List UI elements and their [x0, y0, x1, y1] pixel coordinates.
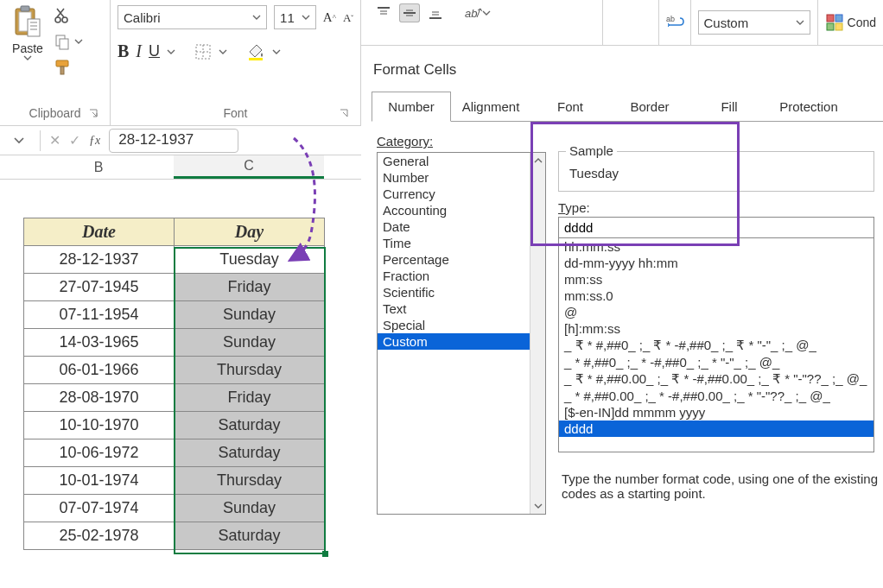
cell-day[interactable]: Sunday [175, 329, 325, 357]
fx-icon[interactable]: ƒx [89, 134, 100, 148]
enter-icon[interactable]: ✓ [69, 132, 80, 149]
cell-date[interactable]: 25-02-1978 [24, 522, 175, 550]
table-row[interactable]: 14-03-1965Sunday [24, 329, 325, 357]
formula-input[interactable]: 28-12-1937 [109, 129, 238, 153]
number-format-combo[interactable]: Custom [698, 10, 810, 35]
category-item[interactable]: Accounting [378, 202, 545, 218]
format-list[interactable]: hh:mm:ssdd-mm-yyyy hh:mmmm:ssmm:ss.0@[h]… [558, 238, 874, 452]
cell-day[interactable]: Thursday [175, 357, 325, 384]
format-item[interactable]: hh:mm:ss [559, 238, 873, 255]
cancel-icon[interactable]: ✕ [49, 132, 60, 149]
format-item[interactable]: [$-en-IN]dd mmmm yyyy [559, 404, 873, 420]
table-row[interactable]: 25-02-1978Saturday [24, 522, 325, 550]
underline-button[interactable]: U [149, 42, 160, 60]
cell-day[interactable]: Friday [175, 384, 325, 412]
format-painter-button[interactable] [54, 59, 83, 76]
format-item[interactable]: _ ₹ * #,##0_ ;_ ₹ * -#,##0_ ;_ ₹ * "-"_ … [559, 337, 873, 354]
category-item[interactable]: Date [378, 218, 545, 235]
dialog-launcher-icon[interactable] [340, 108, 350, 118]
format-item[interactable]: @ [559, 304, 873, 320]
tab-font[interactable]: Font [530, 92, 610, 122]
wrap-text-button[interactable]: ab [664, 13, 685, 32]
format-item[interactable]: _ ₹ * #,##0.00_ ;_ ₹ * -#,##0.00_ ;_ ₹ *… [559, 370, 873, 388]
format-item[interactable]: [h]:mm:ss [559, 320, 873, 337]
decrease-font-button[interactable]: Aˇ [343, 11, 353, 25]
category-item[interactable]: Text [378, 300, 545, 317]
cell-day[interactable]: Saturday [175, 412, 325, 439]
borders-button[interactable] [194, 43, 212, 60]
fill-color-button[interactable] [246, 43, 265, 60]
cell-date[interactable]: 06-01-1966 [24, 357, 175, 384]
category-item[interactable]: General [378, 153, 545, 169]
table-row[interactable]: 27-07-1945Friday [24, 274, 325, 301]
category-item[interactable]: Number [378, 169, 545, 186]
increase-font-button[interactable]: A^ [323, 10, 336, 25]
paste-button[interactable]: Paste [7, 3, 48, 60]
category-item[interactable]: Scientific [378, 284, 545, 300]
category-item[interactable]: Fraction [378, 268, 545, 284]
table-row[interactable]: 28-12-1937Tuesday [24, 246, 325, 274]
tab-border[interactable]: Border [610, 92, 689, 122]
format-item[interactable]: _ * #,##0.00_ ;_ * -#,##0.00_ ;_ * "-"??… [559, 388, 873, 404]
scrollbar[interactable] [530, 153, 545, 514]
category-item[interactable]: Special [378, 317, 545, 333]
table-row[interactable]: 10-10-1970Saturday [24, 412, 325, 439]
cut-button[interactable] [54, 7, 83, 24]
table-row[interactable]: 06-01-1966Thursday [24, 357, 325, 384]
format-item[interactable]: mm:ss.0 [559, 288, 873, 304]
italic-button[interactable]: I [136, 41, 142, 61]
cell-day[interactable]: Saturday [175, 522, 325, 550]
cell-date[interactable]: 07-11-1954 [24, 301, 175, 329]
category-list[interactable]: GeneralNumberCurrencyAccountingDateTimeP… [377, 152, 546, 515]
cell-date[interactable]: 07-07-1974 [24, 495, 175, 522]
copy-button[interactable] [54, 33, 83, 50]
cell-day[interactable]: Thursday [175, 467, 325, 495]
cell-date[interactable]: 28-08-1970 [24, 384, 175, 412]
cell-date[interactable]: 10-10-1970 [24, 412, 175, 439]
category-item[interactable]: Currency [378, 186, 545, 202]
align-middle-button[interactable] [399, 3, 420, 22]
tab-alignment[interactable]: Alignment [451, 92, 530, 122]
orientation-button[interactable]: ab [463, 5, 491, 21]
table-row[interactable]: 28-08-1970Friday [24, 384, 325, 412]
category-item[interactable]: Percentage [378, 251, 545, 268]
category-item[interactable]: Time [378, 235, 545, 251]
format-item[interactable]: mm:ss [559, 271, 873, 288]
category-item[interactable]: Custom [378, 333, 545, 350]
cell-date[interactable]: 10-06-1972 [24, 439, 175, 467]
header-date[interactable]: Date [24, 218, 175, 246]
table-row[interactable]: 10-01-1974Thursday [24, 467, 325, 495]
type-input[interactable] [558, 217, 874, 238]
font-name-combo[interactable]: Calibri [118, 5, 267, 29]
cell-day[interactable]: Sunday [175, 495, 325, 522]
cell-day[interactable]: Friday [175, 274, 325, 301]
scroll-down-icon[interactable] [530, 498, 545, 514]
table-row[interactable]: 07-07-1974Sunday [24, 495, 325, 522]
table-row[interactable]: 10-06-1972Saturday [24, 439, 325, 467]
align-top-button[interactable] [373, 3, 394, 22]
cell-date[interactable]: 27-07-1945 [24, 274, 175, 301]
bold-button[interactable]: B [118, 41, 129, 61]
dialog-launcher-icon[interactable] [89, 108, 99, 118]
scroll-up-icon[interactable] [530, 153, 545, 168]
fill-handle[interactable] [322, 551, 328, 557]
font-size-combo[interactable]: 11 [274, 5, 316, 29]
format-item[interactable]: dddd [559, 420, 873, 437]
tab-number[interactable]: Number [372, 92, 451, 122]
cell-date[interactable]: 10-01-1974 [24, 467, 175, 495]
format-item[interactable]: dd-mm-yyyy hh:mm [559, 255, 873, 271]
align-bottom-button[interactable] [425, 3, 446, 22]
table-row[interactable]: 07-11-1954Sunday [24, 301, 325, 329]
column-header-b[interactable]: B [23, 155, 174, 179]
select-all-corner[interactable] [0, 155, 23, 179]
format-item[interactable]: _ * #,##0_ ;_ * -#,##0_ ;_ * "-"_ ;_ @_ [559, 354, 873, 370]
conditional-label[interactable]: Cond [848, 16, 876, 29]
tab-fill[interactable]: Fill [689, 92, 769, 122]
cell-day[interactable]: Sunday [175, 301, 325, 329]
cell-date[interactable]: 28-12-1937 [24, 246, 175, 274]
svg-rect-12 [60, 66, 64, 74]
cell-day[interactable]: Saturday [175, 439, 325, 467]
name-box-dropdown[interactable] [7, 137, 31, 144]
cell-date[interactable]: 14-03-1965 [24, 329, 175, 357]
tab-protection[interactable]: Protection [769, 92, 848, 122]
